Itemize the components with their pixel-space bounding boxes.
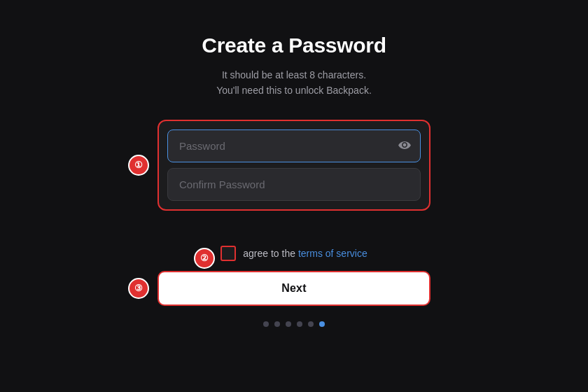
page-subtitle: It should be at least 8 characters. You'…: [216, 67, 372, 99]
annotation-3: ③: [128, 278, 149, 299]
dot-5: [308, 321, 314, 327]
dot-1: [263, 321, 269, 327]
dot-2: [274, 321, 280, 327]
confirm-password-input[interactable]: [167, 168, 421, 201]
page-title: Create a Password: [202, 34, 386, 57]
next-button-wrapper: ③ Next: [158, 271, 430, 306]
toggle-password-icon[interactable]: [398, 141, 411, 150]
annotation-2: ②: [194, 248, 215, 269]
password-input[interactable]: [167, 130, 421, 162]
terms-row: agree to the terms of service: [220, 246, 367, 261]
next-button[interactable]: Next: [158, 271, 430, 306]
page-wrapper: Create a Password It should be at least …: [0, 0, 588, 392]
dot-3: [286, 321, 291, 327]
terms-of-service-link[interactable]: terms of service: [298, 248, 368, 259]
dot-4: [297, 321, 302, 327]
pagination-dots: [263, 321, 325, 327]
dot-6-active: [319, 321, 325, 327]
terms-checkbox[interactable]: [220, 246, 236, 261]
annotation-1: ①: [128, 155, 149, 176]
checkbox-inner: [223, 248, 233, 258]
confirm-password-input-wrapper: [167, 168, 421, 201]
terms-text: agree to the terms of service: [243, 248, 367, 259]
form-container: [158, 120, 430, 211]
terms-row-wrapper: ② agree to the terms of service: [220, 246, 367, 271]
password-input-wrapper: [167, 130, 421, 162]
form-annotation-wrapper: ①: [158, 120, 430, 211]
